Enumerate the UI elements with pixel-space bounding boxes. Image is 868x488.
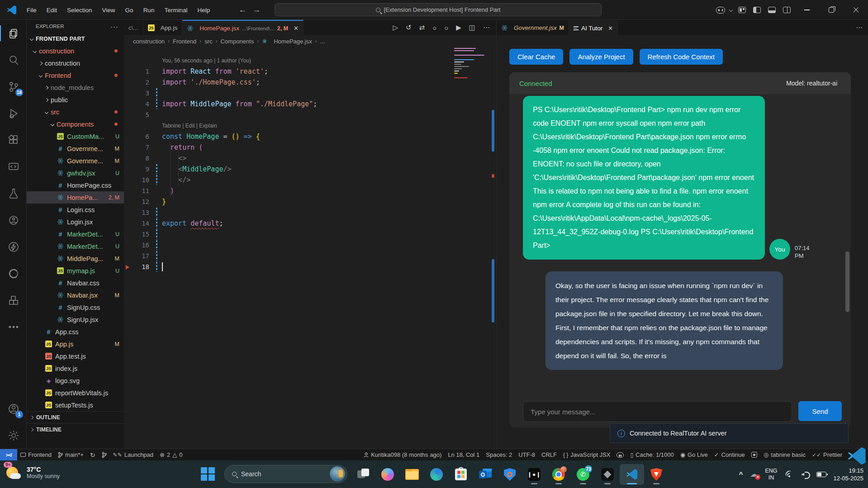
tree-file-signup-jsx[interactable]: SignUp.jsx — [27, 313, 124, 326]
breadcrumb-item[interactable]: construction — [133, 38, 165, 45]
copilot-app-icon[interactable] — [375, 464, 400, 485]
code-line-17[interactable]: 17 — [124, 251, 496, 261]
blame-item[interactable]: Kuritika098 (8 months ago) — [360, 449, 445, 461]
cursor-position[interactable]: Ln 18, Col 1 — [445, 449, 483, 461]
code-line-1[interactable]: 1import React from 'react'; — [124, 66, 496, 77]
tab-government-preview[interactable]: Government.jsx M — [497, 20, 569, 36]
tree-folder-node-modules[interactable]: node_modules — [27, 81, 124, 94]
project-manager-icon[interactable] — [0, 287, 27, 313]
tree-folder-construction[interactable]: construction — [27, 45, 124, 57]
settings-gear-icon[interactable] — [0, 422, 27, 449]
tabnine-item[interactable]: ◎tabnine basic — [760, 449, 809, 461]
analyze-project-button[interactable]: Analyze Project — [569, 49, 633, 65]
tree-file-markerdet-[interactable]: #MarkerDet...U — [27, 228, 124, 240]
sync-item[interactable]: ↻ — [87, 449, 99, 461]
tree-file-homepa-[interactable]: HomePa...2, M — [27, 191, 124, 204]
customize-layout-icon[interactable] — [738, 7, 746, 13]
toggle-panel-icon[interactable] — [768, 7, 776, 13]
tree-file-mymap-js[interactable]: JSmymap.jsU — [27, 265, 124, 277]
more-tools-icon[interactable] — [0, 313, 27, 340]
nav-back-icon[interactable]: ← — [239, 5, 247, 14]
continue-item[interactable]: ✓Continue — [711, 449, 748, 461]
breadcrumb[interactable]: construction›Frontend›src›Components›Hom… — [124, 36, 496, 47]
tree-file-governme-[interactable]: Governme...M — [27, 155, 124, 167]
tray-chevron-icon[interactable]: ^ — [739, 471, 743, 478]
code-line-10[interactable]: 10 </> — [124, 175, 496, 185]
branch-item[interactable]: main*+ — [55, 449, 87, 461]
code-line-9[interactable]: 9 <MiddlePage/> — [124, 164, 496, 175]
close-button[interactable] — [844, 0, 868, 20]
tab-appjs[interactable]: JS App.js — [143, 20, 183, 36]
start-button[interactable] — [201, 467, 215, 481]
code-line-11[interactable]: 11 ) — [124, 185, 496, 196]
tree-file-gwhdv-jsx[interactable]: gwhdv.jsxU — [27, 167, 124, 179]
code-line-8[interactable]: 8 <> — [124, 153, 496, 164]
compare-changes-icon[interactable]: ⇄ — [419, 24, 425, 32]
tree-file-markerdet-[interactable]: MarkerDet...U — [27, 240, 124, 252]
remote-indicator[interactable]: ></ — [0, 449, 17, 461]
panel-more-actions[interactable]: ⋯ — [856, 24, 863, 32]
tree-root-frontend-part[interactable]: FRONTEND PART — [27, 33, 124, 45]
history-icon[interactable]: ↺ — [406, 24, 412, 32]
battery-icon[interactable] — [816, 472, 826, 477]
menu-file[interactable]: File — [22, 5, 42, 16]
run-debug-icon[interactable] — [0, 100, 27, 127]
tree-file-middlepag-[interactable]: MiddlePag...M — [27, 252, 124, 265]
menu-help[interactable]: Help — [192, 5, 215, 16]
tree-folder-src[interactable]: src — [27, 106, 124, 118]
run-icon[interactable]: ▷ — [393, 24, 398, 32]
tab-stub[interactable]: c\... — [124, 20, 143, 36]
problems-item[interactable]: ⊗2△0 — [157, 449, 185, 461]
indentation[interactable]: Spaces: 2 — [483, 449, 515, 461]
tree-file-login-jsx[interactable]: Login.jsx — [27, 216, 124, 228]
tree-file-homepage-css[interactable]: #HomePage.css — [27, 179, 124, 191]
tree-file-governme-[interactable]: #Governme...M — [27, 142, 124, 155]
testing-icon[interactable] — [0, 180, 27, 207]
menu-view[interactable]: View — [97, 5, 120, 16]
breadcrumb-item[interactable]: ... — [320, 38, 325, 45]
menu-run[interactable]: Run — [138, 5, 160, 16]
wifi-icon[interactable] — [785, 471, 794, 478]
minimize-button[interactable] — [795, 0, 819, 20]
tree-folder-frontend[interactable]: Frontend — [27, 69, 124, 81]
onedrive-icon[interactable]: ☁✕ — [750, 469, 758, 479]
toggle-secondary-sidebar-icon[interactable] — [783, 7, 791, 13]
prettier-item[interactable]: ✓✓Prettier — [809, 449, 845, 461]
breadcrumb-item[interactable]: Frontend — [173, 38, 196, 45]
media-app-icon[interactable]: ❙●❙ — [522, 464, 546, 485]
taskbar-search[interactable]: Search — [224, 465, 347, 483]
more-actions-icon[interactable]: ⋯ — [483, 24, 490, 32]
tree-folder-public[interactable]: public — [27, 94, 124, 106]
tree-folder-components[interactable]: Components — [27, 118, 124, 130]
breadcrumb-item[interactable]: Components — [220, 38, 254, 45]
edge-icon[interactable] — [424, 464, 449, 485]
code-line-4[interactable]: 4import MiddlePage from "./MiddlePage"; — [124, 99, 496, 109]
outlook-icon[interactable]: O — [473, 464, 498, 485]
code-line-5[interactable]: 5 — [124, 109, 496, 120]
tree-file-login-css[interactable]: #Login.css — [27, 204, 124, 216]
prev-change-icon[interactable]: ○ — [432, 24, 436, 32]
run-file-icon[interactable]: ▶ — [456, 24, 461, 32]
remote-explorer-icon[interactable] — [0, 153, 27, 180]
code-editor[interactable]: You, 56 seconds ago | 1 author (You)1imp… — [124, 47, 496, 449]
menu-selection[interactable]: Selection — [62, 5, 97, 16]
launchpad-item[interactable]: ✎✎Launchpad — [110, 449, 157, 461]
cube-app-icon[interactable] — [595, 464, 620, 485]
tab-close-icon[interactable]: ✕ — [294, 25, 299, 32]
compare-item[interactable] — [99, 449, 110, 461]
workspace-item[interactable]: Frontend — [17, 449, 55, 461]
tree-file-setuptests-js[interactable]: JSsetupTests.js — [27, 399, 124, 411]
extensions-icon[interactable] — [0, 127, 27, 153]
minimap[interactable] — [451, 47, 489, 96]
chrome-icon[interactable] — [546, 464, 571, 485]
ms-store-icon[interactable] — [449, 464, 473, 485]
vscode-floating-logo[interactable] — [846, 445, 867, 466]
brave-icon[interactable] — [644, 464, 669, 485]
go-live[interactable]: ◉Go Live — [677, 449, 711, 461]
language-mode[interactable]: { }JavaScript JSX — [560, 449, 614, 461]
codelens-blame[interactable]: You, 56 seconds ago | 1 author (You) — [124, 55, 496, 66]
breadcrumb-item[interactable]: src — [204, 38, 212, 45]
clear-cache-button[interactable]: Clear Cache — [509, 49, 563, 65]
tree-folder-construction[interactable]: construction — [27, 57, 124, 69]
thunder-client-icon[interactable] — [0, 233, 27, 260]
